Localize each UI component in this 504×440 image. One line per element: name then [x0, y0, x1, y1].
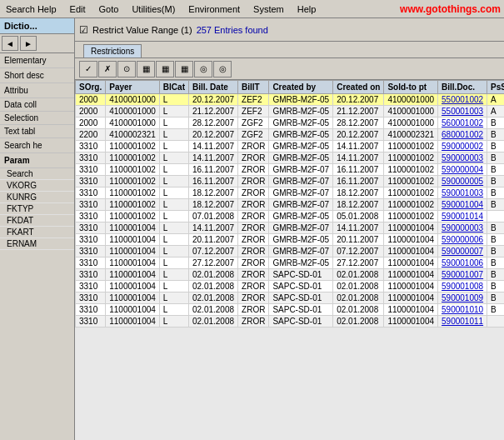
- table-row[interactable]: 33101100001004L02.01.2008ZRORSAPC-SD-010…: [76, 304, 505, 316]
- toolbar-btn8[interactable]: ◎: [213, 61, 232, 78]
- cell-blcat: L: [159, 129, 188, 141]
- toolbar-x-button[interactable]: ✗: [98, 61, 117, 78]
- sidebar-attribu[interactable]: Attribu: [0, 83, 74, 98]
- cell-billdoc[interactable]: 590000003: [438, 222, 487, 234]
- cell-psst: B: [487, 222, 504, 234]
- table-row[interactable]: 22004100002321L20.12.2007ZGF2GMRB-M2F-05…: [76, 129, 505, 141]
- toolbar-check-button[interactable]: ✓: [79, 61, 97, 78]
- cell-billdoc[interactable]: 590001011: [438, 316, 487, 328]
- cell-soldtopt: 4100001000: [384, 94, 438, 106]
- menu-search-help[interactable]: Search Help: [3, 3, 59, 15]
- cell-billdoc[interactable]: 590000004: [438, 164, 487, 176]
- sidebar-selection[interactable]: Selection: [0, 112, 74, 125]
- cell-billdoc[interactable]: 550001002: [438, 94, 487, 106]
- nav-forward-button[interactable]: ►: [20, 36, 37, 51]
- param-fkart[interactable]: FKART: [0, 227, 74, 238]
- cell-billdoc[interactable]: 590000005: [438, 176, 487, 188]
- table-row[interactable]: 33101100001004L02.01.2008ZRORSAPC-SD-010…: [76, 269, 505, 281]
- cell-billdate: 16.11.2007: [188, 176, 237, 188]
- cell-sorg: 3310: [76, 316, 106, 328]
- brand-link[interactable]: www.gotothings.com: [400, 3, 501, 15]
- table-row[interactable]: 33101100001002L14.11.2007ZRORGMRB-M2F-05…: [76, 152, 505, 164]
- param-search[interactable]: Search: [0, 168, 74, 180]
- param-fkdat[interactable]: FKDAT: [0, 215, 74, 227]
- toolbar-btn7[interactable]: ◎: [194, 61, 212, 78]
- cell-billdoc[interactable]: 590001014: [438, 211, 487, 222]
- cell-billdoc[interactable]: 680001002: [438, 129, 487, 141]
- cell-soldtopt: 4100001000: [384, 106, 438, 118]
- table-row[interactable]: 20004100001000L28.12.2007ZGF2GMRB-M2F-05…: [76, 118, 505, 129]
- toolbar-btn3[interactable]: ⊙: [117, 61, 136, 78]
- cell-createdon: 18.12.2007: [333, 199, 384, 211]
- cell-billt: ZROR: [238, 246, 269, 258]
- table-row[interactable]: 33101100001004L02.01.2008ZRORSAPC-SD-010…: [76, 292, 505, 304]
- cell-billdoc[interactable]: 590000006: [438, 234, 487, 246]
- menu-environment[interactable]: Environment: [186, 3, 242, 15]
- cell-billdate: 07.12.2007: [188, 246, 237, 258]
- cell-createdon: 07.12.2007: [333, 246, 384, 258]
- table-row[interactable]: 33101100001004L27.12.2007ZRORGMRB-M2F-05…: [76, 258, 505, 269]
- table-row[interactable]: 33101100001002L18.12.2007ZRORGMRB-M2F-07…: [76, 188, 505, 199]
- sidebar-data-coll[interactable]: Data coll: [0, 98, 74, 112]
- sidebar-elementary[interactable]: Elementary: [0, 53, 74, 68]
- cell-blcat: L: [159, 118, 188, 129]
- menu-utilities[interactable]: Utilities(M): [129, 3, 177, 15]
- table-row[interactable]: 20004100001000L21.12.2007ZEF2GMRB-M2F-05…: [76, 106, 505, 118]
- table-row[interactable]: 33101100001004L07.12.2007ZRORGMRB-M2F-07…: [76, 246, 505, 258]
- cell-billdoc[interactable]: 590001004: [438, 199, 487, 211]
- cell-billt: ZROR: [238, 258, 269, 269]
- table-container[interactable]: SOrg. Payer BlCat Bill. Date BillT Creat…: [75, 80, 504, 440]
- restrictions-tab[interactable]: Restrictions: [83, 44, 142, 58]
- cell-billdoc[interactable]: 560001002: [438, 118, 487, 129]
- restrict-icon: ☑: [79, 24, 88, 36]
- table-row[interactable]: 33101100001004L20.11.2007ZRORGMRB-M2F-05…: [76, 234, 505, 246]
- cell-billdoc[interactable]: 590001009: [438, 292, 487, 304]
- menu-system[interactable]: System: [251, 3, 287, 15]
- cell-billdoc[interactable]: 590001003: [438, 188, 487, 199]
- table-row[interactable]: 33101100001002L16.11.2007ZRORGMRB-M2F-07…: [76, 164, 505, 176]
- cell-createdon: 21.12.2007: [333, 106, 384, 118]
- param-fktyp[interactable]: FKTYP: [0, 203, 74, 215]
- cell-billdoc[interactable]: 590000002: [438, 141, 487, 152]
- cell-sorg: 2000: [76, 94, 106, 106]
- table-row[interactable]: 33101100001002L14.11.2007ZRORGMRB-M2F-05…: [76, 141, 505, 152]
- table-row[interactable]: 33101100001002L07.01.2008ZRORGMRB-M2F-05…: [76, 211, 505, 222]
- cell-payer: 1100001004: [106, 234, 160, 246]
- cell-blcat: L: [159, 188, 188, 199]
- cell-blcat: L: [159, 211, 188, 222]
- param-kunrg[interactable]: KUNRG: [0, 192, 74, 203]
- cell-billdate: 02.01.2008: [188, 292, 237, 304]
- table-row[interactable]: 33101100001004L02.01.2008ZRORSAPC-SD-010…: [76, 281, 505, 292]
- cell-billdoc[interactable]: 590001008: [438, 281, 487, 292]
- cell-billt: ZROR: [238, 188, 269, 199]
- cell-psst: [487, 211, 504, 222]
- menu-edit[interactable]: Edit: [67, 3, 88, 15]
- cell-billdate: 18.12.2007: [188, 199, 237, 211]
- cell-createdby: GMRB-M2F-07: [269, 188, 333, 199]
- nav-back-button[interactable]: ◄: [2, 36, 18, 51]
- table-row[interactable]: 20004100001000L20.12.2007ZEF2GMRB-M2F-05…: [76, 94, 505, 106]
- cell-billdoc[interactable]: 590001010: [438, 304, 487, 316]
- table-row[interactable]: 33101100001002L18.12.2007ZRORGMRB-M2F-07…: [76, 199, 505, 211]
- menu-goto[interactable]: Goto: [97, 3, 122, 15]
- sidebar-param-label: Param: [0, 153, 74, 168]
- sidebar-text-tabl[interactable]: Text tabl: [0, 125, 74, 138]
- toolbar-btn5[interactable]: ▦: [156, 61, 174, 78]
- cell-billdoc[interactable]: 590000003: [438, 152, 487, 164]
- table-row[interactable]: 33101100001004L02.01.2008ZRORSAPC-SD-010…: [76, 316, 505, 328]
- cell-billdoc[interactable]: 590000007: [438, 246, 487, 258]
- cell-psst: B: [487, 152, 504, 164]
- param-vkorg[interactable]: VKORG: [0, 180, 74, 192]
- sidebar-short-desc[interactable]: Short desc: [0, 68, 74, 83]
- toolbar-btn6[interactable]: ▦: [175, 61, 193, 78]
- cell-billdoc[interactable]: 590001006: [438, 258, 487, 269]
- table-row[interactable]: 33101100001002L16.11.2007ZRORGMRB-M2F-07…: [76, 176, 505, 188]
- menu-help[interactable]: Help: [295, 3, 319, 15]
- cell-billdoc[interactable]: 590001007: [438, 269, 487, 281]
- toolbar-btn4[interactable]: ▦: [137, 61, 155, 78]
- param-ernam[interactable]: ERNAM: [0, 238, 74, 250]
- table-row[interactable]: 33101100001004L14.11.2007ZRORGMRB-M2F-07…: [76, 222, 505, 234]
- cell-billdoc[interactable]: 550001003: [438, 106, 487, 118]
- cell-createdby: GMRB-M2F-05: [269, 234, 333, 246]
- cell-createdon: 02.01.2008: [333, 269, 384, 281]
